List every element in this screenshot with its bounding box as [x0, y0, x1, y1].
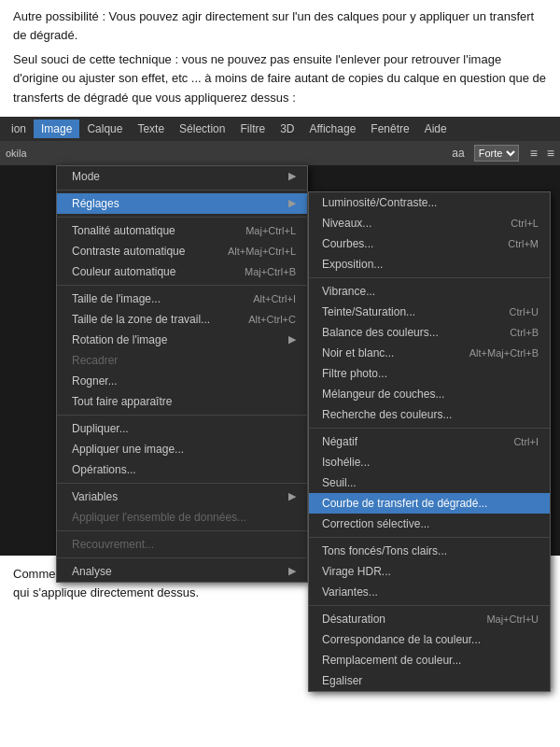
sub-courbe-degrade[interactable]: Courbe de transfert de dégradé...: [309, 493, 550, 514]
menu-item-texte[interactable]: Texte: [130, 120, 172, 138]
sub-virage-hdr[interactable]: Virage HDR...: [309, 561, 550, 582]
menu-taille-zone-label: Taille de la zone de travail...: [72, 313, 210, 326]
sub-melangeur-label: Mélangeur de couches...: [322, 388, 444, 401]
sub-niveaux[interactable]: Niveaux... Ctrl+L: [309, 213, 550, 233]
menu-dupliquer[interactable]: Dupliquer...: [57, 418, 307, 439]
sub-noir-blanc[interactable]: Noir et blanc... Alt+Maj+Ctrl+B: [309, 343, 550, 363]
menu-analyse-label: Analyse: [72, 565, 112, 578]
sep-5: [57, 483, 307, 484]
sub-negatif-shortcut: Ctrl+I: [513, 436, 539, 447]
menu-item-ion[interactable]: ion: [4, 120, 34, 138]
menu-item-fenetre[interactable]: Fenêtre: [363, 120, 416, 138]
sub-recherche-couleurs[interactable]: Recherche des couleurs...: [309, 404, 550, 425]
sub-seuil-label: Seuil...: [322, 476, 357, 489]
sub-remplacement-couleur[interactable]: Remplacement de couleur...: [309, 650, 550, 670]
sub-balance[interactable]: Balance des couleurs... Ctrl+B: [309, 322, 550, 343]
menu-analyse[interactable]: Analyse ▶: [57, 561, 307, 582]
sub-vibrance[interactable]: Vibrance...: [309, 281, 550, 302]
menu-item-filtre[interactable]: Filtre: [232, 120, 273, 138]
menu-taille-image[interactable]: Taille de l'image... Alt+Ctrl+I: [57, 289, 307, 309]
options-label-aa: aa: [452, 147, 464, 160]
menu-appliquer-ensemble-label: Appliquer l'ensemble de données...: [72, 511, 246, 524]
sub-remplacement-couleur-label: Remplacement de couleur...: [322, 654, 461, 667]
sub-variantes[interactable]: Variantes...: [309, 582, 550, 602]
sub-noir-blanc-shortcut: Alt+Maj+Ctrl+B: [469, 347, 539, 359]
sub-tons-fonces[interactable]: Tons foncés/Tons clairs...: [309, 541, 550, 561]
sub-sep-2: [309, 428, 550, 429]
sub-virage-hdr-label: Virage HDR...: [322, 565, 391, 578]
sub-correspondance-couleur[interactable]: Correspondance de la couleur...: [309, 629, 550, 650]
menu-contraste-label: Contraste automatique: [72, 245, 185, 258]
menu-couleur-auto-shortcut: Maj+Ctrl+B: [245, 266, 296, 277]
menu-variables-label: Variables: [72, 490, 118, 503]
menu-recadrer-label: Recadrer: [72, 354, 118, 367]
sep-3: [57, 285, 307, 286]
sub-negatif[interactable]: Négatif Ctrl+I: [309, 431, 550, 452]
menu-reglages-arrow: ▶: [288, 197, 296, 209]
sub-correction-selective[interactable]: Correction sélective...: [309, 514, 550, 534]
menu-contraste-shortcut: Alt+Maj+Ctrl+L: [228, 246, 296, 257]
sub-seuil[interactable]: Seuil...: [309, 472, 550, 493]
sub-egaliser[interactable]: Egaliser: [309, 670, 550, 691]
menu-tout-faire[interactable]: Tout faire apparaître: [57, 391, 307, 412]
menu-contraste[interactable]: Contraste automatique Alt+Maj+Ctrl+L: [57, 241, 307, 261]
menu-reglages[interactable]: Réglages ▶: [57, 193, 307, 214]
menu-recouvrement-label: Recouvrement...: [72, 538, 154, 551]
menu-appliquer-image[interactable]: Appliquer une image...: [57, 439, 307, 459]
sub-isohelie[interactable]: Isohélie...: [309, 452, 550, 472]
sub-desaturation[interactable]: Désaturation Maj+Ctrl+U: [309, 609, 550, 629]
sub-courbe-degrade-label: Courbe de transfert de dégradé...: [322, 497, 487, 510]
menu-item-aide[interactable]: Aide: [417, 120, 455, 138]
menu-analyse-arrow: ▶: [288, 565, 296, 577]
sub-courbes[interactable]: Courbes... Ctrl+M: [309, 233, 550, 254]
menu-taille-image-label: Taille de l'image...: [72, 292, 161, 305]
sep-4: [57, 415, 307, 416]
sub-melangeur[interactable]: Mélangeur de couches...: [309, 384, 550, 404]
sub-filtre-photo[interactable]: Filtre photo...: [309, 363, 550, 384]
menu-taille-image-shortcut: Alt+Ctrl+I: [253, 293, 296, 304]
options-label-okila: okila: [6, 148, 27, 159]
menu-rogner[interactable]: Rogner...: [57, 371, 307, 391]
menu-taille-zone[interactable]: Taille de la zone de travail... Alt+Ctrl…: [57, 309, 307, 330]
sub-exposition[interactable]: Exposition...: [309, 254, 550, 275]
menu-rotation[interactable]: Rotation de l'image ▶: [57, 330, 307, 350]
sub-sep-4: [309, 605, 550, 606]
sep-1: [57, 190, 307, 190]
menu-item-calque[interactable]: Calque: [79, 120, 130, 138]
sub-negatif-label: Négatif: [322, 435, 357, 448]
sub-luminosite[interactable]: Luminosité/Contraste...: [309, 192, 550, 213]
sub-exposition-label: Exposition...: [322, 258, 383, 271]
menu-operations[interactable]: Opérations...: [57, 459, 307, 480]
menu-rotation-arrow: ▶: [288, 333, 296, 345]
sub-sep-1: [309, 277, 550, 278]
menu-tonalite[interactable]: Tonalité automatique Maj+Ctrl+L: [57, 220, 307, 241]
menu-item-image[interactable]: Image: [34, 120, 79, 138]
menu-mode[interactable]: Mode ▶: [57, 166, 307, 187]
menu-appliquer-image-label: Appliquer une image...: [72, 443, 184, 456]
menu-item-3d[interactable]: 3D: [273, 120, 301, 138]
menu-item-selection[interactable]: Sélection: [172, 120, 232, 138]
dropdown-region: Mode ▶ Réglages ▶ Tonalité automatique M…: [0, 165, 560, 557]
sub-balance-label: Balance des couleurs...: [322, 326, 439, 339]
sub-desaturation-label: Désaturation: [322, 613, 385, 626]
options-forte-select[interactable]: Forte: [474, 145, 519, 162]
menu-rogner-label: Rogner...: [72, 374, 118, 388]
sub-teinte-shortcut: Ctrl+U: [510, 306, 539, 317]
options-icon-2: ≡: [547, 146, 554, 161]
reglages-submenu: Luminosité/Contraste... Niveaux... Ctrl+…: [308, 191, 551, 692]
menu-couleur-auto-label: Couleur automatique: [72, 265, 175, 278]
menu-item-affichage[interactable]: Affichage: [301, 120, 363, 138]
sub-recherche-couleurs-label: Recherche des couleurs...: [322, 408, 452, 421]
menu-mode-arrow: ▶: [288, 170, 296, 182]
sep-2: [57, 217, 307, 218]
menu-mode-label: Mode: [72, 170, 100, 183]
sep-6: [57, 530, 307, 531]
sub-teinte[interactable]: Teinte/Saturation... Ctrl+U: [309, 302, 550, 322]
menu-appliquer-ensemble: Appliquer l'ensemble de données...: [57, 507, 307, 528]
menu-rotation-label: Rotation de l'image: [72, 333, 167, 346]
top-paragraph-2: Seul souci de cette technique : vous ne …: [13, 50, 547, 106]
photoshop-workspace: ion Image Calque Texte Sélection Filtre …: [0, 117, 560, 556]
menu-variables[interactable]: Variables ▶: [57, 486, 307, 507]
image-dropdown: Mode ▶ Réglages ▶ Tonalité automatique M…: [56, 165, 308, 583]
menu-couleur-auto[interactable]: Couleur automatique Maj+Ctrl+B: [57, 261, 307, 282]
